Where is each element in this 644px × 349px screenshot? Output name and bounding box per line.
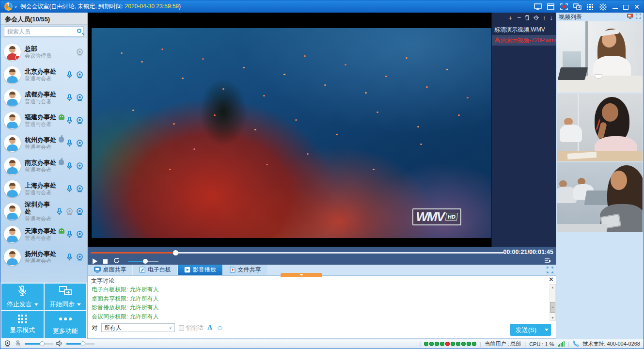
fullscreen-expand-icon[interactable] (547, 267, 553, 275)
minimize-button[interactable] (613, 8, 618, 9)
whisper-checkbox[interactable] (179, 325, 184, 331)
start-sync-button[interactable]: 开始同步 (45, 284, 87, 310)
record-icon[interactable] (560, 3, 568, 10)
mic-icon[interactable] (65, 162, 74, 170)
mic-icon[interactable] (55, 207, 63, 216)
emoji-button[interactable]: ☺ (216, 324, 223, 331)
participant-row[interactable]: 总部 会议管理员 (0, 41, 87, 63)
add-icon[interactable]: ＋ (507, 15, 513, 21)
webcam-icon[interactable] (76, 116, 84, 125)
mic-icon[interactable] (65, 139, 74, 147)
webcam-icon[interactable] (76, 230, 84, 238)
participant-row[interactable]: 天津办事处 普通与会者 (0, 223, 87, 246)
participant-row[interactable]: 北京办事处 普通与会者 (0, 63, 87, 86)
webcam-video-tile[interactable] (557, 162, 643, 232)
chevron-down-icon (545, 329, 549, 331)
move-up-icon[interactable]: ↑ (543, 15, 546, 21)
chat-message-input[interactable] (89, 333, 556, 338)
avatar (4, 249, 21, 266)
display-mode-button[interactable]: 显示模式 (1, 311, 44, 338)
seek-handle[interactable] (173, 250, 178, 255)
sync-screens-icon (59, 285, 72, 298)
participant-row[interactable]: 上海办事处 普通与会者 (0, 177, 87, 200)
scrollbar-thumb[interactable] (550, 302, 555, 313)
webcam-icon[interactable] (76, 71, 84, 79)
participant-row[interactable]: 福建办事处 普通与会者 (0, 109, 87, 132)
webcam-icon[interactable] (76, 185, 84, 193)
expand-panel-icon[interactable] (636, 14, 641, 20)
speaker-volume-slider[interactable] (66, 343, 94, 345)
tab-media-play[interactable]: 影音播放 (178, 265, 223, 275)
mic-volume-slider[interactable] (25, 343, 53, 345)
scroll-down-icon[interactable]: ▼ (550, 315, 555, 320)
webcam-disabled-icon[interactable] (65, 207, 74, 216)
face (602, 103, 618, 122)
more-functions-button[interactable]: 更多功能 (45, 311, 87, 338)
webcam-icon[interactable] (76, 139, 84, 147)
tab-file-share[interactable]: 文件共享 (223, 265, 268, 275)
search-icon[interactable] (77, 29, 81, 33)
chat-scrollbar[interactable]: ▲ ▼ (550, 284, 556, 321)
scroll-up-icon[interactable]: ▲ (550, 285, 555, 290)
webcam-icon[interactable] (76, 162, 84, 170)
search-input[interactable] (4, 26, 84, 37)
participant-row[interactable]: 扬州办事处 普通与会者 (0, 246, 87, 269)
volume-handle[interactable] (143, 259, 148, 264)
move-down-icon[interactable]: ↓ (550, 15, 553, 21)
chat-message: 桌面共享权限: 允许所有人 (92, 294, 546, 303)
mic-muted-icon[interactable] (15, 340, 21, 348)
playlist-settings-icon[interactable] (534, 15, 539, 21)
table (557, 224, 607, 232)
webcam-icon[interactable] (76, 48, 84, 56)
tab-whiteboard[interactable]: 电子白板 (133, 265, 178, 275)
playlist-item[interactable]: 标清演示视频.WMV (492, 24, 557, 35)
delete-icon[interactable] (525, 15, 530, 21)
mic-icon[interactable] (65, 116, 74, 125)
recipient-select[interactable]: 所有人∨ (101, 323, 175, 332)
mic-icon[interactable] (65, 185, 74, 193)
search-row (0, 25, 87, 38)
close-icon[interactable]: ✕ (549, 276, 554, 283)
screen-sync-icon[interactable] (573, 3, 581, 10)
speaker-icon[interactable] (56, 340, 63, 348)
close-button[interactable]: ✕ (634, 3, 640, 10)
app-logo-icon (4, 2, 13, 11)
video-player[interactable]: WMV HD (88, 13, 491, 247)
stop-button[interactable] (103, 259, 108, 264)
participant-row[interactable]: 深圳办事处 普通与会者 (0, 200, 87, 223)
participant-row[interactable]: 成都办事处 普通与会者 (0, 86, 87, 109)
webcam-icon[interactable] (76, 253, 84, 261)
seek-bar[interactable] (91, 252, 503, 254)
window-app-icon[interactable] (547, 3, 555, 10)
participant-row[interactable]: 杭州办事处 普通与会者 (0, 132, 87, 155)
mic-icon[interactable] (65, 94, 74, 102)
laptop (557, 67, 587, 80)
media-play-icon (184, 267, 190, 273)
webcam-status-icon[interactable] (4, 340, 11, 348)
mic-icon[interactable] (65, 253, 74, 261)
send-button[interactable]: 发送(S) (510, 324, 551, 336)
drawer-collapse-handle[interactable] (281, 273, 322, 277)
play-button[interactable] (93, 258, 97, 264)
apple-icon (59, 137, 64, 143)
mic-icon[interactable] (65, 71, 74, 79)
settings-gear-icon[interactable] (599, 3, 607, 10)
mic-icon[interactable] (65, 230, 74, 238)
webcam-icon[interactable] (76, 207, 84, 216)
webcam-video-tile[interactable] (557, 21, 643, 93)
playlist-item-selected[interactable]: 高清演示视频-720P.wmv 删除 (492, 35, 557, 46)
restore-button[interactable] (623, 5, 628, 10)
dither-grid-icon[interactable] (586, 3, 594, 10)
participant-row[interactable]: 南京办事处 普通与会者 (0, 155, 87, 177)
webcam-icon[interactable] (76, 94, 84, 102)
volume-slider[interactable] (128, 261, 158, 262)
chevron-down-icon[interactable]: ∨ (14, 4, 17, 9)
font-style-button[interactable]: A (207, 324, 212, 332)
monitor-icon[interactable] (534, 3, 542, 10)
monitor-small-icon[interactable] (627, 14, 633, 20)
stop-speaking-button[interactable]: 停止发言 (1, 284, 44, 310)
tab-desktop-share[interactable]: 桌面共享 (88, 265, 133, 275)
remove-icon[interactable]: − (517, 15, 521, 21)
webcam-video-tile[interactable] (557, 94, 643, 161)
avatar (4, 226, 21, 243)
